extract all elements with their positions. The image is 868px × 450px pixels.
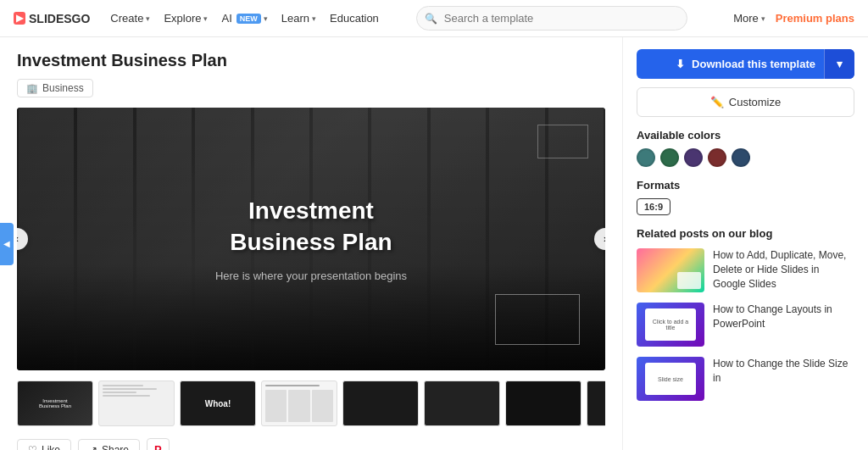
thumbnail-3[interactable]: Whoa! — [180, 381, 256, 426]
tag-icon: 🏢 — [26, 83, 38, 94]
blog-thumb-2: Click to add a title — [637, 303, 704, 347]
nav-right: More ▾ Premium plans — [733, 12, 854, 25]
pinterest-icon: P — [154, 443, 162, 450]
more-button[interactable]: More ▾ — [733, 12, 765, 25]
business-tag[interactable]: 🏢 Business — [17, 79, 93, 97]
thumbnail-4[interactable] — [261, 381, 337, 426]
blog-thumb-inner: Click to add a title — [645, 308, 696, 341]
logo-icon: ▶ — [14, 12, 25, 25]
chevron-icon: ▾ — [761, 14, 765, 23]
nav-item-ai[interactable]: AI NEW ▾ — [216, 8, 272, 28]
search-bar: 🔍 — [416, 6, 687, 31]
chevron-down-icon: ▾ — [837, 58, 843, 70]
blog-post-3[interactable]: Slide size How to Change the Slide Size … — [637, 357, 854, 401]
download-icon: ⬇ — [676, 58, 685, 70]
blog-post-title-3: How to Change the Slide Size in — [713, 357, 854, 386]
share-icon: ↗ — [89, 444, 97, 451]
nav-items: Create ▾ Explore ▾ AI NEW ▾ Learn ▾ Educ… — [105, 8, 383, 28]
preview-text-block: Investment Business Plan Here is where y… — [215, 196, 407, 282]
download-button[interactable]: ⬇ Download this template ▾ — [637, 49, 854, 79]
color-dot-5[interactable] — [732, 148, 750, 167]
search-icon: 🔍 — [425, 13, 437, 25]
formats-row: 16:9 — [637, 198, 854, 215]
right-panel: ⬇ Download this template ▾ ✏️ Customize … — [622, 37, 868, 450]
blog-post-title-2: How to Change Layouts in PowerPoint — [713, 303, 854, 331]
premium-plans-link[interactable]: Premium plans — [776, 12, 854, 25]
blog-thumb-1 — [637, 248, 704, 292]
nav-item-education[interactable]: Education — [325, 8, 384, 28]
side-hint[interactable]: ◀ — [0, 223, 14, 265]
customize-button[interactable]: ✏️ Customize — [637, 87, 854, 117]
page-title: Investment Business Plan — [17, 51, 605, 70]
preview-subtitle: Here is where your presentation begins — [215, 269, 407, 282]
thumbnail-5[interactable] — [342, 381, 419, 426]
decoration-border-bottom — [495, 294, 580, 345]
actions-bar: ♡ Like ↗ Share P — [17, 438, 605, 450]
thumbnails-row: InvestmentBusiness Plan Whoa! — [17, 377, 605, 430]
share-button[interactable]: ↗ Share — [78, 439, 140, 451]
blog-title: Related posts on our blog — [637, 227, 854, 240]
preview-container: ‹ Inve — [17, 108, 605, 370]
blog-post-1[interactable]: How to Add, Duplicate, Move, Delete or H… — [637, 248, 854, 292]
blog-thumb-decoration — [677, 272, 701, 289]
chevron-icon: ▾ — [203, 14, 208, 23]
preview-image: Investment Business Plan Here is where y… — [17, 108, 605, 370]
chevron-icon: ▾ — [146, 14, 150, 23]
heart-icon: ♡ — [28, 444, 37, 451]
like-button[interactable]: ♡ Like — [17, 439, 71, 451]
colors-title: Available colors — [637, 129, 854, 142]
format-badge-169[interactable]: 16:9 — [637, 198, 670, 215]
main-content: ◀ Investment Business Plan 🏢 Business ‹ — [0, 37, 868, 450]
thumbnail-2[interactable] — [98, 381, 175, 426]
color-dot-2[interactable] — [660, 148, 679, 167]
pencil-icon: ✏️ — [710, 96, 724, 108]
brand-name: SLIDESGO — [29, 12, 90, 25]
color-dot-3[interactable] — [684, 148, 703, 167]
chevron-icon: ▾ — [264, 14, 268, 23]
left-panel: ◀ Investment Business Plan 🏢 Business ‹ — [0, 37, 622, 450]
new-badge: NEW — [236, 14, 261, 24]
blog-section: Related posts on our blog How to Add, Du… — [637, 227, 854, 401]
nav-item-explore[interactable]: Explore ▾ — [159, 8, 213, 28]
color-dot-1[interactable] — [637, 148, 655, 167]
nav-item-create[interactable]: Create ▾ — [105, 8, 155, 28]
formats-title: Formats — [637, 179, 854, 192]
blog-thumb-3: Slide size — [637, 357, 704, 401]
logo[interactable]: ▶ SLIDESGO — [14, 12, 90, 25]
thumbnail-7[interactable] — [505, 381, 581, 426]
search-input[interactable] — [416, 6, 687, 31]
thumbnail-8[interactable]: 01 — [587, 381, 605, 426]
nav-item-learn[interactable]: Learn ▾ — [276, 8, 321, 28]
download-dropdown-arrow[interactable]: ▾ — [824, 49, 854, 79]
pinterest-button[interactable]: P — [147, 438, 170, 450]
blog-post-2[interactable]: Click to add a title How to Change Layou… — [637, 303, 854, 347]
decoration-border-top — [537, 125, 588, 158]
blog-post-title-1: How to Add, Duplicate, Move, Delete or H… — [713, 248, 854, 291]
colors-row — [637, 148, 854, 167]
thumbnail-6[interactable] — [424, 381, 500, 426]
chevron-icon: ▾ — [312, 14, 316, 23]
preview-title: Investment Business Plan — [215, 196, 407, 258]
thumbnail-1[interactable]: InvestmentBusiness Plan — [17, 381, 93, 426]
color-dot-4[interactable] — [708, 148, 726, 167]
navbar: ▶ SLIDESGO Create ▾ Explore ▾ AI NEW ▾ L… — [0, 0, 868, 37]
